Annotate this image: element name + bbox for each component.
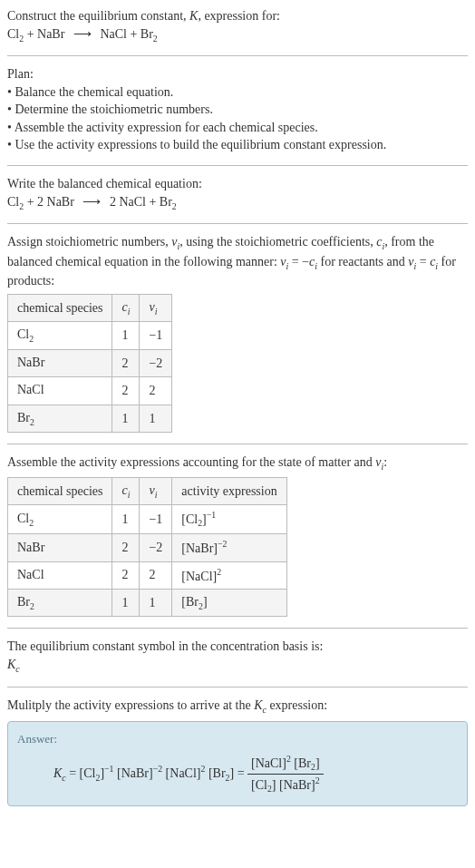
text: ] =	[229, 766, 247, 780]
cell-nui: 2	[140, 377, 172, 405]
cell-expr: [NaBr]−2	[172, 534, 286, 561]
arrow-icon: ⟶	[73, 25, 92, 44]
title-text: Construct the equilibrium constant,	[7, 9, 189, 23]
sp: Cl	[17, 327, 29, 341]
sup: 2	[315, 775, 320, 785]
table-row: NaBr2−2[NaBr]−2	[8, 534, 287, 561]
bal-l1: Cl	[7, 195, 19, 209]
sub: 2	[96, 773, 101, 783]
cell-ci: 1	[112, 505, 140, 534]
cell-species: Cl2	[8, 322, 112, 350]
eqn-right-sub: 2	[153, 33, 158, 43]
cell-ci: 1	[112, 405, 140, 433]
sp: Br	[17, 595, 30, 609]
col-ci: ci	[112, 294, 140, 322]
sub: 2	[29, 334, 34, 344]
text: [NaBr]	[114, 766, 153, 780]
eqn-plus: + NaBr	[24, 27, 68, 41]
i: i	[155, 490, 158, 500]
table-row: chemical species ci νi activity expressi…	[8, 477, 287, 505]
sub: 2	[29, 518, 34, 528]
table-row: Cl21−1[Cl2]−1	[8, 505, 287, 534]
text: [Cl	[251, 778, 267, 792]
table-row: NaCl22[NaCl]2	[8, 561, 287, 589]
text: [Br	[205, 766, 225, 780]
balanced-intro: Write the balanced chemical equation:	[7, 175, 468, 193]
cell-nui: 2	[140, 561, 172, 589]
table-row: chemical species ci νi	[8, 294, 172, 322]
plan-bullet: • Assemble the activity expression for e…	[7, 119, 468, 137]
text: , using the stoichiometric coefficients,	[179, 235, 376, 249]
bal-rsub: 2	[172, 200, 177, 210]
stoich-section: Assign stoichiometric numbers, νi, using…	[7, 233, 468, 433]
cell-ci: 2	[112, 561, 140, 589]
plan-heading: Plan:	[7, 65, 468, 83]
bal-r: 2 NaCl + Br	[106, 195, 171, 209]
cell-species: Br2	[8, 589, 112, 617]
text: = [Cl	[66, 766, 96, 780]
title-k: K	[189, 9, 198, 23]
i: i	[155, 307, 158, 317]
col-expr: activity expression	[172, 477, 286, 505]
kc-sub: c	[15, 664, 19, 674]
fraction: [NaCl]2 [Br2][Cl2] [NaBr]2	[247, 753, 324, 795]
cell-nui: −1	[140, 505, 172, 534]
cell-species: NaBr	[8, 534, 112, 561]
title-text-b: , expression for:	[198, 9, 280, 23]
ex: [Br	[181, 595, 199, 609]
col-nui: νi	[140, 294, 172, 322]
plan-bullet: • Balance the chemical equation.	[7, 83, 468, 102]
answer-box: Answer: Kc = [Cl2]−1 [NaBr]−2 [NaCl]2 [B…	[7, 721, 468, 806]
cell-species: Br2	[8, 405, 112, 433]
bal-mid: + 2 NaBr	[24, 195, 77, 209]
cell-expr: [Br2]	[172, 589, 286, 617]
k: K	[254, 698, 262, 712]
exsub: 2	[199, 601, 203, 611]
text: [NaCl]	[162, 766, 200, 780]
text: :	[383, 455, 387, 469]
activity-table: chemical species ci νi activity expressi…	[7, 477, 287, 618]
sp: NaBr	[17, 356, 44, 369]
symbol-section: The equilibrium constant symbol in the c…	[7, 638, 468, 675]
activity-intro: Assemble the activity expressions accoun…	[7, 454, 468, 473]
text: Mulitply the activity expressions to arr…	[7, 698, 254, 712]
cell-nui: −2	[140, 349, 172, 377]
cell-species: NaCl	[8, 561, 112, 589]
text: = −	[288, 255, 309, 268]
exsup: −2	[218, 539, 227, 549]
ex: [Cl	[181, 512, 198, 526]
sp: NaCl	[17, 383, 44, 396]
plan-bullet: • Determine the stoichiometric numbers.	[7, 101, 468, 119]
cell-species: NaCl	[8, 377, 112, 405]
cell-ci: 2	[112, 534, 140, 561]
cell-ci: 2	[112, 349, 140, 377]
i: i	[128, 490, 131, 500]
text: ]	[315, 756, 320, 770]
i: i	[128, 307, 131, 317]
multiply-section: Mulitply the activity expressions to arr…	[7, 697, 468, 806]
table-row: Br211	[8, 405, 172, 433]
exsub: 2	[198, 519, 202, 529]
table-row: NaCl22	[8, 377, 172, 405]
col-nui: νi	[140, 477, 172, 505]
text: Assemble the activity expressions accoun…	[7, 455, 375, 469]
sp: NaBr	[17, 541, 44, 554]
ex: [NaCl]	[181, 569, 217, 582]
text: =	[416, 255, 430, 268]
col-ci: ci	[112, 477, 140, 505]
problem-header: Construct the equilibrium constant, K, e…	[7, 7, 468, 44]
k: K	[53, 766, 62, 780]
sp: Br	[17, 411, 30, 424]
eqn-right: NaCl + Br	[97, 27, 153, 41]
sup: −2	[153, 764, 162, 774]
col-species: chemical species	[8, 477, 112, 505]
cell-species: Cl2	[8, 505, 112, 534]
eqn-cl: Cl	[7, 27, 19, 41]
text: Assign stoichiometric numbers,	[7, 235, 171, 249]
text: [Br	[291, 756, 311, 770]
sub: 2	[30, 601, 34, 611]
cell-nui: 1	[140, 589, 172, 617]
multiply-line: Mulitply the activity expressions to arr…	[7, 697, 468, 717]
cell-ci: 1	[112, 589, 140, 617]
cell-expr: [NaCl]2	[172, 561, 286, 589]
